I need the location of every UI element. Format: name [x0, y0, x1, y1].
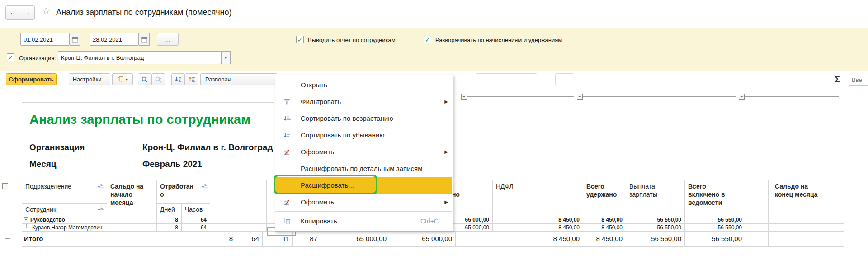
header-worked[interactable]: Отработано: [157, 180, 210, 204]
cell[interactable]: 8: [157, 216, 182, 224]
total-cell[interactable]: 8: [210, 232, 236, 247]
favorite-star-icon[interactable]: ☆: [42, 5, 51, 17]
column-group-collapse-button[interactable]: −: [461, 94, 467, 100]
header-ndfl[interactable]: НДФЛ: [493, 180, 583, 216]
total-cell[interactable]: 56 550,00: [685, 232, 769, 247]
total-cell[interactable]: 64: [236, 232, 263, 247]
cell[interactable]: 64: [182, 224, 210, 232]
cell[interactable]: [107, 216, 157, 224]
header-days[interactable]: Дней: [157, 204, 182, 216]
header-department[interactable]: Подразделение: [22, 180, 107, 204]
row-group-bracket: [5, 189, 10, 239]
cell[interactable]: 8 450,00: [493, 216, 583, 224]
total-cell[interactable]: 56 550,00: [626, 232, 685, 247]
report-variants-split-button[interactable]: ▾: [112, 73, 133, 85]
cell[interactable]: [210, 216, 238, 224]
submenu-arrow-icon: ▶: [444, 199, 448, 204]
total-cell[interactable]: [769, 232, 844, 247]
header-balance-end[interactable]: Сальдо на конец месяца: [769, 180, 844, 216]
header-employee[interactable]: Сотрудник: [22, 204, 107, 216]
total-cell[interactable]: 8 450,00: [456, 232, 583, 247]
autosum-input[interactable]: [849, 74, 868, 86]
report-month-value: Февраль 2021: [142, 159, 202, 169]
organization-checkbox[interactable]: ✓: [7, 53, 14, 61]
row-group-collapse-button[interactable]: −: [2, 183, 8, 189]
cell[interactable]: [769, 224, 844, 232]
total-cell[interactable]: 8 450,00: [583, 232, 626, 247]
collapse-groups-button[interactable]: [171, 73, 185, 85]
expand-icon: [188, 76, 195, 83]
cell[interactable]: [769, 216, 844, 224]
menu-item-format-2[interactable]: Оформить ▶: [275, 194, 452, 210]
cell[interactable]: 64: [182, 216, 210, 224]
header-withheld[interactable]: Всего удержано: [583, 180, 626, 216]
date-to-calendar-button[interactable]: [139, 33, 150, 46]
total-label[interactable]: Итого: [22, 232, 210, 247]
header-hours[interactable]: Часов: [182, 204, 210, 216]
table-row-group-label[interactable]: − Руководство: [22, 216, 107, 224]
header-hidden-1[interactable]: [210, 180, 238, 216]
menu-item-copy[interactable]: Копировать Ctrl+C: [275, 213, 452, 229]
toolbar-empty-button-2[interactable]: [555, 73, 574, 85]
cell[interactable]: 56 550,00: [685, 224, 769, 232]
menu-item-filter[interactable]: Фильтровать ▶: [275, 93, 452, 110]
organization-input[interactable]: [58, 51, 221, 64]
settings-button[interactable]: Настройки...: [69, 73, 110, 85]
check-icon: ✓: [425, 37, 430, 43]
toolbar-empty-button-1[interactable]: [476, 73, 537, 85]
menu-item-open[interactable]: Открыть: [275, 76, 452, 93]
sort-icon[interactable]: [97, 183, 104, 189]
back-arrow-icon: ←: [9, 9, 17, 17]
expand-groups-button[interactable]: [185, 73, 198, 85]
date-from-input[interactable]: [20, 33, 70, 46]
cell[interactable]: 56 550,00: [626, 224, 685, 232]
nav-back-button[interactable]: ←: [5, 5, 20, 20]
column-group-bracket: [467, 96, 574, 97]
total-cell[interactable]: 65 000,00: [390, 232, 456, 247]
row-collapse-icon[interactable]: −: [24, 217, 28, 222]
period-more-button[interactable]: ...: [157, 33, 179, 46]
generate-button[interactable]: Сформировать: [6, 73, 57, 85]
find-button[interactable]: [138, 73, 151, 85]
column-group-collapse-button[interactable]: −: [577, 94, 583, 100]
show-by-employees-label: Выводить отчет по сотрудникам: [308, 37, 396, 43]
expand-accruals-checkbox[interactable]: ✓: [424, 36, 431, 43]
menu-item-format-1[interactable]: Оформить ▶: [275, 143, 452, 160]
header-payment[interactable]: Выплата зарплаты: [626, 180, 685, 216]
column-group-collapse-button[interactable]: −: [739, 94, 745, 100]
header-included[interactable]: Всего включено в ведомости: [685, 180, 769, 216]
menu-item-sort-asc[interactable]: Сортировать по возрастанию: [275, 110, 452, 127]
search-reset-icon: [155, 76, 162, 83]
minus-icon: −: [579, 94, 581, 99]
cell[interactable]: 8: [157, 224, 182, 232]
cell[interactable]: [238, 216, 267, 224]
header-balance-start[interactable]: Сальдо на начало месяца: [107, 180, 157, 216]
cell[interactable]: [107, 224, 157, 232]
cell[interactable]: 8 450,00: [583, 224, 626, 232]
date-from-calendar-button[interactable]: [70, 33, 80, 46]
search-icon: [141, 76, 148, 83]
submenu-arrow-icon: ▶: [444, 99, 448, 104]
sort-icon[interactable]: [201, 183, 208, 189]
menu-item-sort-desc[interactable]: Сортировать по убыванию: [275, 127, 452, 143]
cell[interactable]: [210, 224, 238, 232]
header-hidden-2[interactable]: [238, 180, 267, 216]
cell[interactable]: [238, 224, 267, 232]
sort-icon[interactable]: [97, 206, 104, 212]
total-cell[interactable]: 87: [293, 232, 321, 247]
report-org-value: Крон-Ц. Филиал в г. Волгоград: [142, 142, 273, 152]
cell[interactable]: 8 450,00: [493, 224, 583, 232]
organization-dropdown-button[interactable]: ▾: [221, 51, 231, 64]
cell[interactable]: 56 550,00: [626, 216, 685, 224]
date-to-input[interactable]: [90, 33, 139, 46]
total-cell[interactable]: 65 000,00: [321, 232, 390, 247]
table-row-employee-label[interactable]: Кураев Назар Магомедович: [22, 224, 107, 232]
sort-desc-icon: [283, 132, 291, 139]
nav-forward-button[interactable]: →: [20, 5, 35, 20]
cell[interactable]: 56 550,00: [685, 216, 769, 224]
expand-to-button[interactable]: Разворач: [200, 73, 277, 85]
autosum-sigma-icon[interactable]: Σ: [835, 74, 840, 85]
cell[interactable]: 8 450,00: [583, 216, 626, 224]
show-by-employees-checkbox[interactable]: ✓: [296, 36, 304, 43]
cancel-search-button[interactable]: [151, 73, 165, 85]
